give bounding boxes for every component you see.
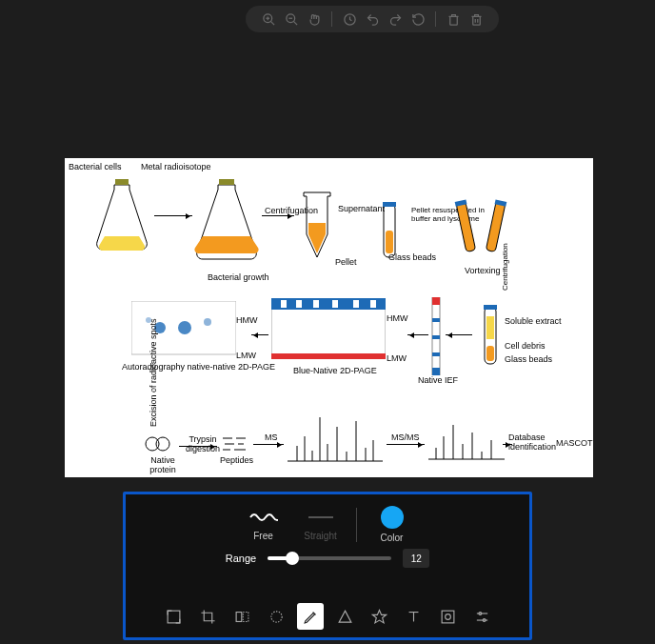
- svg-rect-13: [386, 231, 393, 253]
- svg-rect-77: [442, 611, 454, 623]
- gel-icon: [131, 301, 236, 358]
- svg-rect-73: [243, 612, 248, 621]
- ief-strip-icon: [429, 297, 443, 375]
- arrow-icon: [179, 446, 217, 447]
- svg-rect-33: [296, 300, 302, 308]
- arrow-icon: [154, 215, 192, 216]
- label-metal-radioisotope: Metal radioisotope: [141, 162, 211, 171]
- svg-rect-20: [486, 316, 494, 339]
- arrow-icon: [253, 444, 284, 445]
- svg-rect-72: [236, 612, 242, 621]
- spectrum-icon: [428, 415, 505, 463]
- svg-point-43: [146, 437, 159, 451]
- arrow-icon: [262, 215, 294, 216]
- pen-mode-row: Free Straight Color: [238, 506, 418, 543]
- zoom-out-icon[interactable]: [280, 8, 303, 30]
- svg-rect-26: [432, 335, 440, 339]
- range-label: Range: [226, 553, 256, 564]
- pen-mode-free[interactable]: Free: [238, 508, 289, 541]
- pen-mode-straight[interactable]: Straight: [295, 508, 347, 541]
- undo-icon[interactable]: [361, 8, 384, 30]
- label-blue-native: Blue-Native 2D-PAGE: [293, 366, 377, 375]
- zoom-in-icon[interactable]: [257, 8, 280, 30]
- separator: [331, 11, 332, 27]
- label-mascot: MASCOT: [556, 438, 593, 448]
- pan-icon[interactable]: [303, 8, 326, 30]
- svg-rect-34: [313, 300, 319, 308]
- peptides-icon: [221, 434, 249, 453]
- color-swatch[interactable]: [381, 506, 404, 529]
- svg-point-44: [156, 437, 169, 451]
- trash-all-icon[interactable]: [465, 8, 487, 30]
- wave-icon: [248, 508, 279, 527]
- arrow-icon: [251, 334, 268, 335]
- icon-tool[interactable]: [366, 603, 392, 630]
- label-vortexing: Vortexing: [465, 266, 501, 275]
- svg-rect-27: [432, 352, 440, 356]
- flask-icon: [93, 177, 150, 263]
- tube-icon: [477, 303, 504, 370]
- svg-rect-28: [432, 368, 440, 375]
- svg-rect-25: [432, 318, 440, 322]
- edit-panel: Free Straight Color Range 12: [123, 492, 532, 640]
- label-soluble-extract: Soluble extract: [505, 316, 562, 326]
- flip-tool[interactable]: [228, 603, 255, 630]
- draw-tool[interactable]: [297, 603, 324, 630]
- label-cell-debris: Cell debris: [505, 341, 546, 351]
- svg-marker-76: [372, 610, 386, 622]
- text-tool[interactable]: [400, 603, 427, 630]
- resize-tool[interactable]: [160, 603, 187, 630]
- svg-rect-36: [353, 300, 359, 308]
- label-autoradiography: Autoradiography native-native 2D-PAGE: [122, 362, 275, 372]
- mask-tool[interactable]: [434, 603, 461, 630]
- svg-rect-14: [383, 202, 396, 207]
- svg-rect-10: [115, 179, 129, 185]
- filter-tool[interactable]: [468, 603, 495, 630]
- gel-icon: [271, 298, 386, 365]
- trash-icon[interactable]: [442, 8, 465, 30]
- canvas-image[interactable]: Bacterial cells Metal radioisotope Bacte…: [65, 158, 593, 477]
- label-lmw1: LMW: [387, 353, 407, 363]
- svg-point-78: [445, 614, 450, 619]
- pen-color-picker[interactable]: Color: [367, 506, 418, 543]
- slider-thumb[interactable]: [286, 552, 299, 565]
- line-icon: [306, 508, 336, 527]
- range-value: 12: [403, 549, 429, 568]
- svg-rect-24: [432, 297, 440, 305]
- shape-tool[interactable]: [331, 603, 358, 630]
- label-glass-beads: Glass beads: [388, 252, 436, 262]
- label-native-ief: Native IEF: [418, 375, 458, 385]
- svg-rect-32: [281, 300, 287, 308]
- svg-rect-30: [271, 298, 386, 310]
- spectrum-icon: [288, 408, 383, 465]
- label-database-id: Database identification: [508, 433, 562, 452]
- label-bacterial-cells: Bacterial cells: [69, 162, 122, 171]
- svg-point-40: [178, 321, 191, 334]
- pen-straight-label: Straight: [304, 531, 336, 541]
- svg-marker-75: [339, 611, 351, 622]
- label-lmw2: LMW: [236, 351, 256, 360]
- svg-rect-15: [456, 202, 476, 252]
- redo-icon[interactable]: [384, 8, 407, 30]
- label-glass-beads2: Glass beads: [505, 354, 552, 364]
- tool-row: [160, 594, 495, 630]
- label-pellet: Pellet: [335, 257, 357, 267]
- history-icon[interactable]: [338, 8, 361, 30]
- svg-point-41: [204, 318, 211, 326]
- arrow-icon: [503, 444, 512, 445]
- svg-rect-22: [484, 305, 497, 310]
- reset-icon[interactable]: [407, 8, 429, 30]
- flask-icon: [193, 177, 260, 272]
- diagram: Bacterial cells Metal radioisotope Bacte…: [65, 158, 593, 477]
- crop-tool[interactable]: [194, 603, 221, 630]
- svg-rect-35: [332, 300, 338, 308]
- label-hmw1: HMW: [387, 313, 408, 323]
- range-slider[interactable]: [268, 556, 391, 560]
- rotate-tool[interactable]: [263, 603, 289, 630]
- svg-rect-11: [219, 179, 234, 185]
- svg-rect-31: [271, 353, 386, 359]
- arrow-icon: [446, 334, 472, 335]
- label-ms: MS: [265, 433, 278, 442]
- label-excision: Excision of radioactive spots: [149, 318, 158, 427]
- tube-icon: [298, 189, 336, 265]
